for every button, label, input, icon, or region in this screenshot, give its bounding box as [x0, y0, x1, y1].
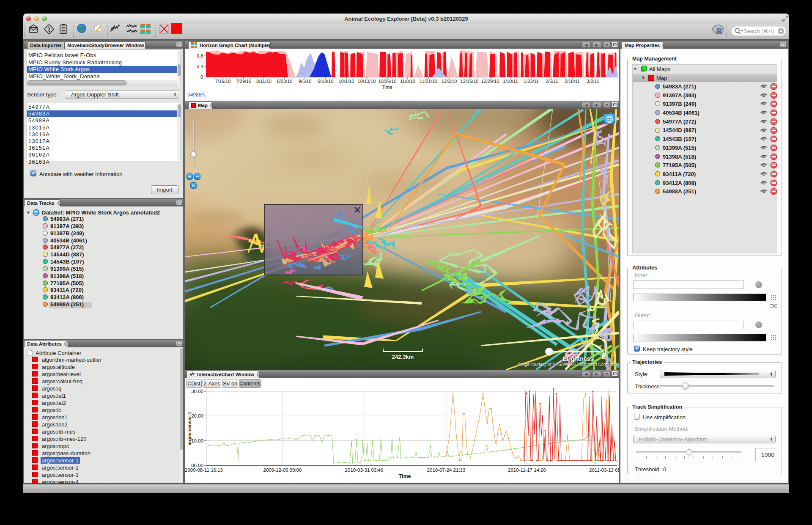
- svg-text:2009-12-05 09:00: 2009-12-05 09:00: [263, 467, 302, 473]
- svg-text:argos:sensor-1: argos:sensor-1: [187, 412, 192, 445]
- svg-text:8/11/10: 8/11/10: [256, 79, 272, 84]
- svg-text:1/23/11: 1/23/11: [524, 79, 539, 84]
- svg-text:0: 0: [200, 74, 203, 80]
- svg-text:2/5/11: 2/5/11: [546, 79, 558, 84]
- svg-text:10/1/10: 10/1/10: [339, 79, 354, 84]
- svg-text:8/23/10: 8/23/10: [277, 79, 293, 84]
- svg-text:9/18/10: 9/18/10: [318, 79, 334, 84]
- svg-text:11/21/10: 11/21/10: [420, 79, 437, 84]
- svg-text:11/8/10: 11/8/10: [400, 79, 415, 84]
- svg-text:7/16/10: 7/16/10: [215, 79, 231, 84]
- svg-text:12/29/10: 12/29/10: [481, 79, 499, 84]
- svg-text:12/3/10: 12/3/10: [442, 79, 457, 84]
- svg-text:2011-03-13 08:06: 2011-03-13 08:06: [589, 467, 619, 473]
- svg-text:2010-03-31 03:46: 2010-03-31 03:46: [345, 467, 384, 473]
- svg-text:9/5/10: 9/5/10: [299, 79, 312, 84]
- svg-text:20.00: 20.00: [191, 413, 203, 418]
- svg-text:12/16/10: 12/16/10: [461, 79, 479, 84]
- svg-text:0.4: 0.4: [197, 64, 203, 69]
- svg-text:10/26/10: 10/26/10: [379, 79, 397, 84]
- svg-text:10/13/10: 10/13/10: [358, 79, 376, 84]
- svg-text:3/2/11: 3/2/11: [587, 79, 599, 84]
- svg-text:2010-11-17 14:20: 2010-11-17 14:20: [508, 467, 546, 473]
- svg-text:Time: Time: [399, 473, 411, 479]
- svg-text:1/10/11: 1/10/11: [503, 79, 518, 84]
- svg-text:30.00: 30.00: [191, 389, 203, 394]
- svg-text:R: R: [716, 26, 722, 36]
- svg-text:2/18/11: 2/18/11: [565, 79, 580, 84]
- svg-text:0.8: 0.8: [197, 53, 203, 58]
- svg-text:7/29/10: 7/29/10: [236, 79, 252, 84]
- svg-text:10.00: 10.00: [191, 438, 203, 443]
- svg-text:Time: Time: [381, 85, 392, 90]
- svg-text:2010-07-24 21:33: 2010-07-24 21:33: [427, 467, 466, 473]
- svg-text:2009-08-11 16:13: 2009-08-11 16:13: [185, 467, 223, 473]
